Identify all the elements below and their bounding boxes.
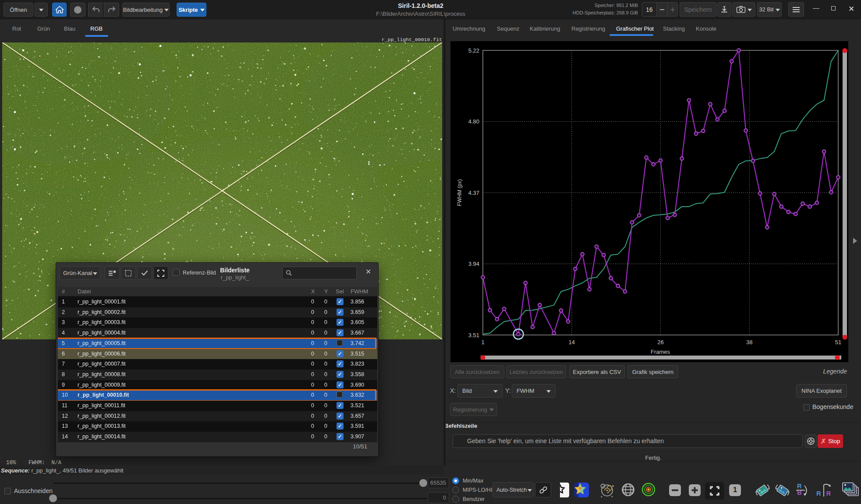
svg-text:4.80: 4.80 xyxy=(468,118,479,125)
svg-text:51: 51 xyxy=(835,339,841,345)
svg-text:3.51: 3.51 xyxy=(468,332,479,338)
svg-text:FWHM (px): FWHM (px) xyxy=(457,179,463,206)
svg-text:Frames: Frames xyxy=(651,349,670,355)
svg-text:38: 38 xyxy=(746,339,752,345)
svg-text:14: 14 xyxy=(569,339,575,345)
svg-text:26: 26 xyxy=(657,339,663,345)
svg-text:1: 1 xyxy=(481,339,484,345)
svg-text:3.94: 3.94 xyxy=(468,261,479,267)
svg-text:Я: Я xyxy=(826,490,831,497)
svg-text:R: R xyxy=(797,482,802,490)
svg-text:5.22: 5.22 xyxy=(468,47,479,54)
svg-text:R: R xyxy=(816,490,821,497)
svg-text:4.37: 4.37 xyxy=(468,190,479,196)
